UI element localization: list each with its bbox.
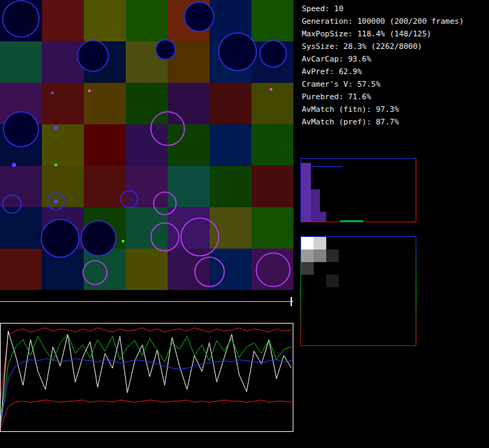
heatmap-plot [300, 236, 416, 346]
stat-avpref: AvPref: 62.9% [302, 66, 464, 78]
histogram-panel: f m [300, 158, 416, 222]
stat-generation: Generation: 100000 (200/200 frames) [302, 15, 464, 28]
heatmap-panel [300, 236, 416, 346]
timeline-position-marker[interactable] [291, 297, 292, 306]
stat-maxpopsize: MaxPopSize: 118.4% (148/125) [302, 28, 464, 41]
stat-speed: Speed: 10 [302, 3, 464, 15]
stat-purebred: Purebred: 71.6% [302, 91, 464, 103]
timeseries-plot [1, 324, 291, 430]
timeline-track[interactable] [0, 301, 293, 302]
histogram-plot: f m [300, 158, 416, 222]
stats-panel: Speed: 10 Generation: 100000 (200/200 fr… [302, 3, 464, 129]
stat-avmatch-pref: AvMatch (pref): 87.7% [302, 116, 464, 129]
simulation-window: Speed: 10 Generation: 100000 (200/200 fr… [0, 0, 489, 448]
stat-cramers-v: Cramer's V: 57.5% [302, 78, 464, 91]
stat-avmatch-fitn: AvMatch (fitn): 97.3% [302, 103, 464, 116]
stat-syssize: SysSize: 28.3% (2262/8000) [302, 41, 464, 53]
stat-avcarcap: AvCarCap: 93.6% [302, 53, 464, 66]
timeline-scrubber[interactable] [0, 296, 293, 307]
timeseries-panel [0, 323, 293, 432]
world-view[interactable] [0, 0, 293, 290]
